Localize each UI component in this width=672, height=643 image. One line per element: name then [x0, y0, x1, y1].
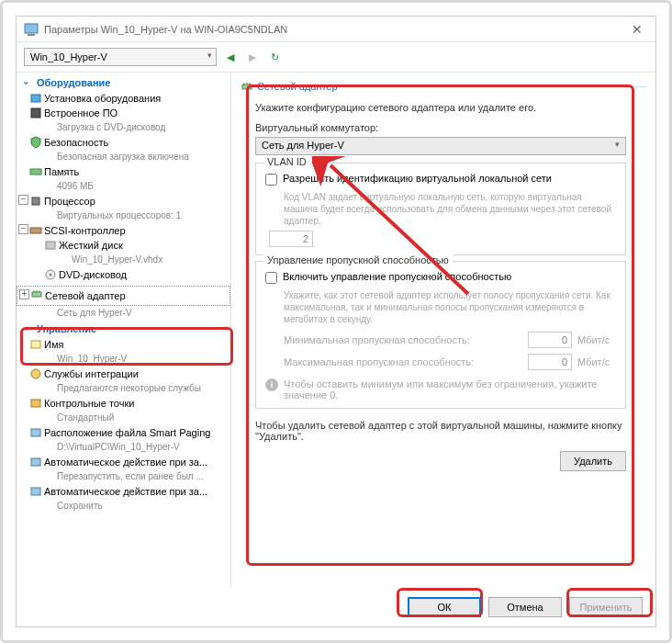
vm-select[interactable] [24, 48, 217, 66]
content-panel: Сетевой адаптер Укажите конфигурацию сет… [231, 73, 655, 588]
sidebar-item-auto-start[interactable]: Автоматическое действие при за... [17, 455, 230, 469]
cancel-button[interactable]: Отмена [488, 597, 562, 617]
window-title: Параметры Win_10_Hyper-V на WIN-OIA9C5ND… [44, 24, 626, 35]
sidebar: Оборудование Установка оборудования Встр… [17, 73, 231, 588]
add-hardware-icon [29, 92, 42, 105]
vlan-hint: Код VLAN задает виртуальную локальную се… [265, 187, 616, 231]
bw-max-label: Максимальная пропускная способность: [284, 356, 522, 367]
close-icon[interactable]: ✕ [626, 22, 648, 37]
svg-rect-5 [32, 197, 39, 205]
sidebar-item-dvd[interactable]: DVD-дисковод [17, 267, 230, 282]
vlan-checkbox-label: Разрешить идентификацию виртуальной лока… [283, 173, 552, 184]
svg-rect-4 [30, 169, 41, 175]
checkpoint-icon [29, 397, 42, 410]
sidebar-item-cpu[interactable]: Процессор [17, 194, 230, 209]
sidebar-sub-memory: 4096 МБ [17, 179, 230, 194]
sidebar-item-firmware[interactable]: Встроенное ПО [17, 106, 230, 120]
svg-rect-2 [31, 95, 40, 102]
sidebar-item-auto-stop[interactable]: Автоматическое действие при за... [17, 484, 230, 499]
svg-rect-6 [30, 228, 41, 233]
svg-rect-10 [32, 292, 41, 297]
sidebar-item-checkpoints[interactable]: Контрольные точки [17, 396, 230, 411]
toolbar: ◀ ▶ ↻ [17, 42, 655, 73]
shield-icon [29, 136, 42, 149]
network-adapter-icon [30, 288, 43, 300]
app-icon [24, 22, 39, 37]
bw-hint: Укажите, как этот сетевой адаптер исполь… [265, 286, 616, 329]
sidebar-item-integration[interactable]: Службы интеграции [17, 367, 230, 381]
sidebar-item-smart-paging[interactable]: Расположение файла Smart Paging [17, 425, 230, 440]
delete-button[interactable]: Удалить [560, 451, 626, 471]
virtual-switch-dropdown[interactable]: Сеть для Hyper-V [255, 137, 626, 155]
sidebar-item-scsi[interactable]: SCSI-контроллер [17, 223, 230, 238]
vlan-legend: VLAN ID [263, 156, 310, 167]
content-description: Укажите конфигурацию сетевого адаптера и… [241, 95, 646, 120]
bandwidth-fieldset: Управление пропускной способностью Включ… [255, 261, 626, 409]
sidebar-sub-hdd: Win_10_Hyper-V.vhdx [17, 253, 230, 267]
svg-rect-1 [28, 34, 35, 36]
section-management[interactable]: Управление [17, 321, 230, 337]
section-hardware[interactable]: Оборудование [17, 74, 230, 91]
bw-legend: Управление пропускной способностью [263, 254, 453, 265]
auto-start-icon [29, 456, 42, 468]
sidebar-item-name[interactable]: Имя [17, 337, 230, 352]
integration-icon [29, 367, 42, 380]
auto-stop-icon [29, 485, 42, 498]
memory-icon [29, 165, 42, 178]
scsi-icon [29, 224, 42, 237]
content-header: Сетевой адаптер [241, 80, 646, 95]
svg-rect-17 [242, 85, 252, 89]
sidebar-item-add-hardware[interactable]: Установка оборудования [17, 91, 230, 106]
bw-min-input [528, 332, 572, 348]
svg-rect-0 [25, 24, 38, 33]
delete-text: Чтобы удалить сетевой адаптер с этой вир… [241, 414, 646, 446]
sidebar-item-hdd[interactable]: Жесткий диск [17, 238, 230, 253]
hdd-icon [44, 239, 57, 252]
apply-button[interactable]: Применить [569, 597, 643, 617]
vlan-id-input [269, 231, 313, 247]
vlan-enable-checkbox[interactable] [265, 174, 277, 186]
sidebar-item-security[interactable]: Безопасность [17, 135, 230, 150]
footer: ОК Отмена Применить [17, 588, 655, 626]
switch-label: Виртуальный коммутатор: [241, 120, 646, 135]
svg-rect-13 [31, 400, 40, 407]
dvd-icon [44, 268, 57, 281]
smart-paging-icon [29, 426, 42, 439]
cpu-icon [29, 195, 42, 208]
name-icon [29, 338, 42, 351]
svg-rect-15 [31, 458, 40, 466]
svg-rect-14 [31, 429, 40, 436]
sidebar-sub-cpu: Виртуальных процессоров: 1 [17, 209, 230, 223]
bw-max-input [528, 354, 572, 370]
bw-min-label: Минимальная пропускная способность: [284, 334, 522, 345]
ok-button[interactable]: ОК [408, 597, 481, 617]
titlebar: Параметры Win_10_Hyper-V на WIN-OIA9C5ND… [17, 17, 655, 42]
firmware-icon [29, 107, 42, 119]
svg-rect-16 [31, 488, 40, 495]
vlan-fieldset: VLAN ID Разрешить идентификацию виртуаль… [255, 163, 626, 255]
svg-rect-11 [31, 341, 40, 348]
info-icon: i [265, 378, 278, 391]
svg-point-9 [50, 274, 52, 276]
network-adapter-icon [241, 80, 253, 93]
sidebar-item-memory[interactable]: Память [17, 164, 230, 179]
svg-rect-3 [31, 108, 40, 118]
bw-enable-checkbox[interactable] [265, 272, 277, 284]
back-button[interactable]: ◀ [222, 49, 239, 65]
sidebar-item-network-adapter[interactable]: Сетевой адаптер [17, 286, 230, 306]
refresh-button[interactable]: ↻ [266, 49, 283, 65]
svg-point-12 [31, 369, 40, 378]
bw-checkbox-label: Включить управление пропускной способнос… [283, 271, 511, 282]
sidebar-sub-firmware: Загрузка с DVD-дисковод [17, 120, 230, 135]
svg-rect-7 [46, 242, 55, 249]
sidebar-sub-network-adapter: Сеть для Hyper-V [17, 306, 230, 321]
forward-button: ▶ [244, 49, 261, 65]
sidebar-sub-security: Безопасная загрузка включена [17, 150, 230, 164]
bw-info: Чтобы оставить минимум или максимум без … [284, 378, 616, 400]
